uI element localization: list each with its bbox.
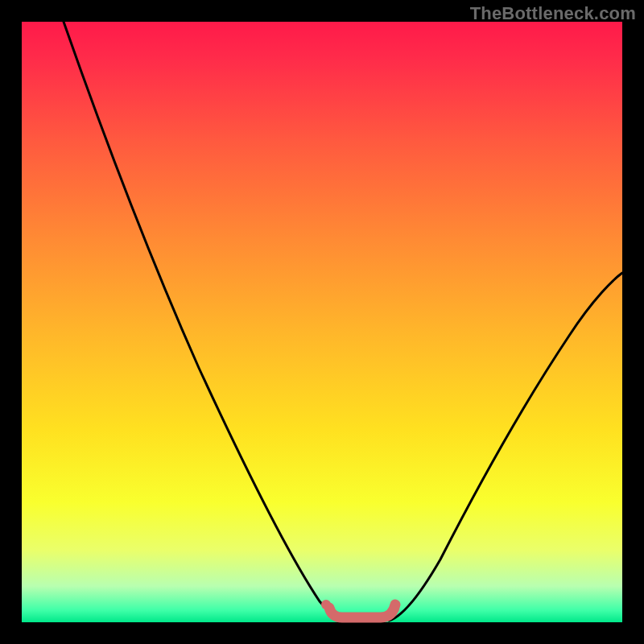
left-curve	[64, 22, 342, 621]
chart-frame	[22, 22, 622, 622]
bottom-accent-path	[329, 605, 395, 617]
chart-svg	[22, 22, 622, 622]
bottom-accent-dot	[321, 600, 331, 609]
watermark-text: TheBottleneck.com	[470, 3, 636, 24]
right-curve	[389, 273, 622, 621]
